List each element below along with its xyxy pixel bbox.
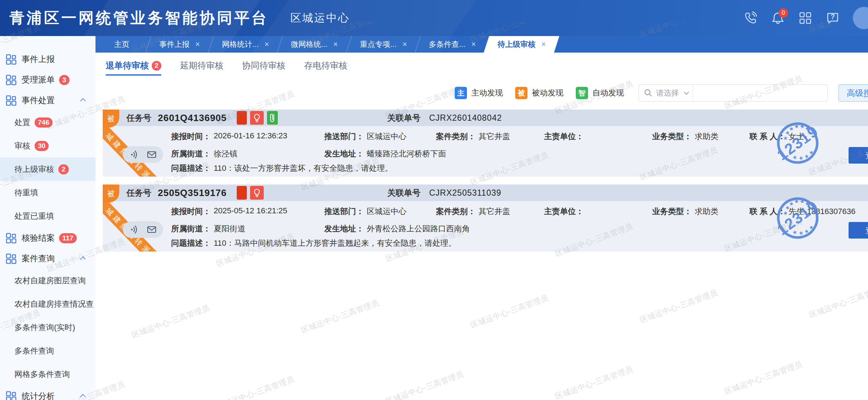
svg-text:★: ★ (808, 149, 814, 156)
sidebar-item-rural-house-check-query[interactable]: 农村自建房排查情况查 (0, 292, 95, 316)
sidebar-item-review[interactable]: 审核 30 (0, 134, 95, 157)
field-description: 问题描述： 110：马路中间机动车道上方形窨井盖翘起来，有安全隐患，请处理。 (171, 238, 456, 249)
filter-active-discovery[interactable]: 主 主动发现 (455, 87, 503, 99)
view-button[interactable]: 查看 (849, 222, 868, 239)
related-no-label: 关联单号 (387, 112, 420, 124)
sidebar-item-label: 案件查询 (22, 253, 55, 264)
sidebar-item-pending-refill[interactable]: 待重填 (0, 181, 95, 204)
field-value: 外青松公路上公园路口西南角 (367, 223, 470, 234)
field-receive-time: 接报时间： 2025-05-12 16:21:25 (171, 206, 287, 217)
sidebar-item-verify-close[interactable]: 核验结案 117 (0, 228, 95, 248)
task-card-body: 城建热线转派 接报时间： 2025-05-12 16:21:25 (103, 201, 868, 252)
field-label: 问题描述： (171, 238, 211, 249)
task-card-header: 被 任务号 2505Q3519176 关联单号 CJRX2505311039 (103, 185, 868, 201)
subtab-delay-pending-review[interactable]: 延期待审核 (180, 60, 223, 71)
field-owner-unit: 主责单位： (544, 131, 587, 142)
task-card: 被 任务号 2601Q4136905 关联单号 CJRX (103, 110, 868, 177)
action-pill (123, 146, 163, 163)
sidebar-item-label: 受理派单 (22, 74, 55, 85)
tab-close-icon[interactable]: × (541, 40, 546, 48)
grid-menu-icon (6, 391, 17, 400)
voice-icon[interactable] (129, 150, 139, 160)
passive-corner-badge: 被 (103, 110, 119, 128)
message-envelope-icon[interactable] (147, 225, 157, 235)
phone-icon[interactable] (743, 11, 758, 25)
active-subtab-underline (106, 74, 161, 76)
task-card-header: 被 任务号 2601Q4136905 关联单号 CJRX (103, 110, 868, 126)
field-label: 案件类别： (436, 206, 476, 217)
field-label: 所属街道： (171, 148, 211, 159)
grid-menu-icon (6, 253, 17, 264)
urgent-flag-icon (237, 186, 247, 200)
voice-icon[interactable] (129, 225, 139, 235)
advanced-search-button[interactable]: 高级搜索 (838, 84, 868, 102)
sidebar-item-accept-dispatch[interactable]: 受理派单 3 (0, 70, 95, 90)
auto-discovery-badge: 智 (576, 87, 588, 99)
svg-text:★: ★ (798, 154, 804, 161)
count-badge: 117 (59, 233, 77, 243)
header-actions: 0 ? (743, 0, 868, 36)
field-value: 其它井盖 (478, 131, 510, 142)
apps-grid-icon[interactable] (798, 11, 813, 25)
sidebar-group-event-handling[interactable]: 事件处置 (0, 90, 95, 111)
field-label: 接报时间： (171, 206, 211, 217)
field-value: 徐泾镇 (214, 148, 237, 159)
field-case-category: 案件类别： 其它井盖 (436, 131, 510, 142)
field-label: 主责单位： (544, 206, 584, 217)
subtab-label: 延期待审核 (180, 60, 223, 71)
field-address: 发生地址： 蟠臻路泾北河桥桥下面 (324, 148, 446, 159)
sidebar-item-grid-multi-condition-query[interactable]: 网格多条件查询 (0, 363, 95, 386)
notification-bell-icon[interactable]: 0 (771, 11, 785, 25)
subtab-return-pending-review[interactable]: 退单待审核 2 (106, 60, 161, 76)
sidebar-item-rural-house-layer-query[interactable]: 农村自建房图层查询 (0, 269, 95, 292)
field-street: 所属街道： 夏阳街道 (171, 223, 245, 234)
subtab-archive-pending-review[interactable]: 存电待审核 (304, 60, 347, 71)
related-no-value: CJRX2601408042 (429, 113, 502, 123)
sidebar-item-label: 事件处置 (22, 95, 55, 106)
filter-label: 被动发现 (532, 88, 564, 98)
field-value: 2026-01-16 12:36:23 (214, 131, 287, 142)
app-window: 青浦区一网统管业务智能协同平台 区城运中心 0 (0, 0, 868, 400)
attachment-icon (267, 111, 278, 125)
field-street: 所属街道： 徐泾镇 (171, 148, 237, 159)
sidebar-item-handle[interactable]: 处置 746 (0, 111, 95, 134)
field-push-dept: 推送部门： 区城运中心 (324, 206, 406, 217)
related-no-group: 关联单号 CJRX2601408042 (387, 112, 502, 124)
search-field-select[interactable]: 请选择 (656, 88, 693, 98)
field-value: 其它井盖 (478, 206, 510, 217)
sidebar-item-multi-condition-query[interactable]: 多条件查询 (0, 339, 95, 363)
sidebar-group-statistics[interactable]: 统计分析 (0, 386, 95, 400)
subtab-label: 退单待审核 (106, 60, 149, 71)
task-no-label: 任务号 (126, 112, 151, 124)
filter-auto-discovery[interactable]: 智 自动发现 (576, 87, 624, 99)
svg-text:★: ★ (808, 224, 814, 231)
sidebar-item-label: 待重填 (14, 187, 38, 198)
sidebar-group-case-query[interactable]: 案件查询 (0, 248, 95, 269)
subtab-collab-pending-review[interactable]: 协同待审核 (242, 60, 285, 71)
field-description: 问题描述： 110：该处一方形窨井盖坏，有安全隐患，请处理。 (171, 163, 393, 174)
tab-label: 待上级审核 (498, 39, 535, 49)
sidebar-item-label: 核验结案 (22, 232, 55, 244)
view-button[interactable]: 查看 (849, 147, 868, 164)
task-no-value: 2601Q4136905 (158, 112, 227, 124)
field-value: 区城运中心 (367, 131, 406, 142)
related-no-value: CJRX2505311039 (429, 188, 501, 198)
sidebar-item-label: 农村自建房排查情况查 (14, 299, 94, 310)
count-badge: 30 (35, 141, 49, 151)
help-icon[interactable]: ? (825, 11, 840, 25)
grid-menu-icon (6, 54, 17, 65)
sidebar-item-handle-refilled[interactable]: 处置已重填 (0, 204, 95, 228)
tab-pending-superior-review[interactable]: 待上级审核 × (484, 36, 560, 53)
avatar[interactable] (853, 7, 868, 29)
tab-close-icon[interactable]: × (471, 40, 476, 48)
sidebar-item-multi-condition-query-realtime[interactable]: 多条件查询(实时) (0, 316, 95, 339)
filter-passive-discovery[interactable]: 被 被动发现 (515, 87, 564, 99)
field-label: 发生地址： (324, 148, 364, 159)
main-area: 主页 事件上报 × 网格统计... × 微网格统... × 重点专项... × … (95, 36, 868, 400)
message-envelope-icon[interactable] (147, 150, 157, 160)
search-input[interactable] (693, 85, 827, 101)
count-badge: 3 (59, 75, 70, 85)
grid-menu-icon (6, 95, 17, 106)
sidebar-item-pending-superior-review[interactable]: 待上级审核 2 (0, 157, 95, 181)
field-value: 区城运中心 (367, 206, 406, 217)
